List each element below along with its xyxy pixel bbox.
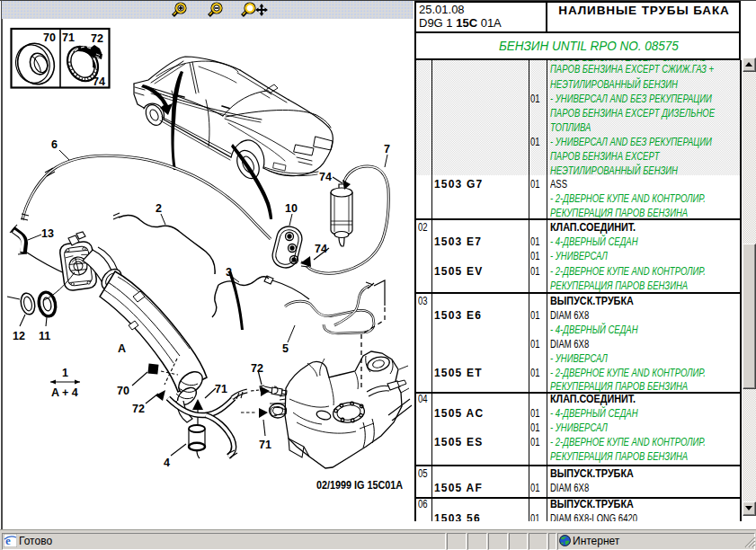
svg-text:4: 4	[164, 457, 170, 469]
svg-text:72: 72	[132, 403, 145, 415]
svg-text:1: 1	[62, 367, 68, 379]
svg-text:6: 6	[51, 138, 58, 151]
svg-text:70: 70	[117, 385, 129, 397]
svg-text:74: 74	[319, 171, 332, 183]
svg-text:13: 13	[41, 227, 54, 240]
svg-text:e: e	[5, 534, 11, 547]
svg-text:7: 7	[384, 143, 390, 155]
svg-text:74: 74	[93, 75, 105, 88]
svg-text:70: 70	[43, 31, 56, 44]
svg-text:72: 72	[91, 32, 103, 45]
svg-text:71: 71	[215, 383, 227, 395]
svg-text:11: 11	[39, 330, 50, 342]
svg-text:72: 72	[251, 362, 263, 375]
svg-text:2: 2	[156, 202, 162, 215]
svg-text:02/1999 IG 15C01A: 02/1999 IG 15C01A	[316, 479, 403, 492]
svg-text:12: 12	[13, 330, 25, 342]
svg-text:A + 4: A + 4	[51, 386, 78, 399]
svg-text:74: 74	[315, 243, 327, 255]
svg-text:71: 71	[62, 31, 75, 44]
svg-text:A: A	[118, 342, 126, 355]
svg-text:10: 10	[285, 202, 298, 215]
svg-text:3: 3	[226, 266, 232, 279]
svg-text:5: 5	[282, 342, 289, 355]
svg-text:71: 71	[259, 439, 271, 451]
